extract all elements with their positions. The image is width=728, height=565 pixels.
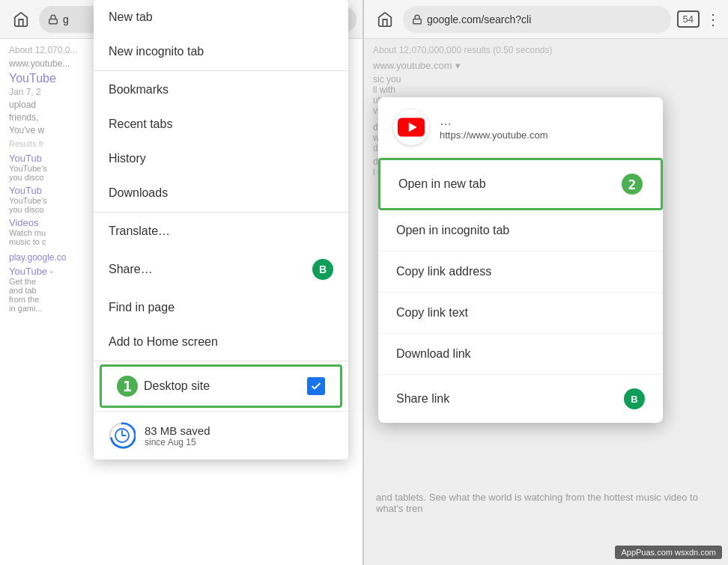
share-badge-left: B (312, 259, 333, 280)
right-site-url-row: www.youtube.com ▾ (373, 60, 719, 71)
share-badge-context: B (624, 388, 645, 409)
right-address-pill[interactable]: google.com/search?cli (403, 6, 671, 33)
context-menu-download-link[interactable]: Download link (378, 334, 663, 375)
menu-divider-3 (94, 361, 348, 361)
data-saver-section: 83 MB saved since Aug 15 (94, 411, 348, 459)
menu-item-find-in-page[interactable]: Find in page (94, 290, 348, 325)
lock-icon (48, 14, 58, 25)
menu-item-history[interactable]: History (94, 141, 348, 176)
menu-item-add-to-home[interactable]: Add to Home screen (94, 325, 348, 359)
home-button[interactable] (7, 6, 34, 33)
menu-item-recent-tabs[interactable]: Recent tabs (94, 107, 348, 141)
menu-item-new-incognito-tab[interactable]: New incognito tab (94, 34, 348, 69)
context-menu-open-new-tab[interactable]: Open in new tab 2 (378, 158, 663, 210)
context-menu-url-area: … https://www.youtube.com (440, 114, 548, 141)
more-options-button[interactable]: ⋮ (706, 10, 721, 28)
number-badge-1: 1 (117, 376, 138, 397)
left-address-text: g (63, 13, 69, 25)
context-menu-header: … https://www.youtube.com (378, 97, 663, 158)
context-menu-share-link[interactable]: Share link B (378, 375, 663, 423)
right-address-bar: google.com/search?cli 54 ⋮ (364, 0, 728, 39)
menu-divider-2 (94, 212, 348, 213)
right-address-text: google.com/search?cli (427, 13, 531, 25)
tab-count-badge[interactable]: 54 (677, 10, 700, 28)
data-saver-icon (109, 422, 136, 449)
right-lock-icon (412, 14, 422, 25)
left-dropdown-menu: New tab New incognito tab Bookmarks Rece… (94, 0, 348, 459)
context-menu-copy-link-text[interactable]: Copy link text (378, 293, 663, 334)
context-menu-open-incognito[interactable]: Open in incognito tab (378, 210, 663, 251)
number-badge-2: 2 (622, 174, 643, 195)
menu-item-translate[interactable]: Translate… (94, 214, 348, 248)
youtube-logo-circle (393, 109, 429, 145)
desktop-site-checkbox[interactable] (307, 377, 325, 395)
right-bottom-text: and tablets. See what the world is watch… (367, 486, 728, 520)
menu-item-new-tab[interactable]: New tab (94, 0, 348, 34)
watermark: AppPuas.com wsxdn.com (615, 546, 722, 559)
youtube-logo-svg (398, 114, 425, 141)
menu-item-share[interactable]: Share… B (94, 248, 348, 290)
context-menu: … https://www.youtube.com Open in new ta… (378, 97, 663, 423)
svg-rect-0 (49, 19, 58, 23)
menu-item-bookmarks[interactable]: Bookmarks (94, 73, 348, 107)
panel-divider (363, 0, 364, 565)
menu-divider-1 (94, 70, 348, 71)
menu-item-desktop-site[interactable]: 1 Desktop site (100, 364, 342, 408)
data-saver-text: 83 MB saved since Aug 15 (145, 424, 210, 448)
svg-rect-5 (413, 19, 422, 23)
right-home-button[interactable] (371, 6, 398, 33)
menu-item-downloads[interactable]: Downloads (94, 176, 348, 210)
right-result-count: About 12,070,000,000 results (0.50 secon… (373, 45, 719, 57)
context-menu-copy-link-address[interactable]: Copy link address (378, 251, 663, 293)
